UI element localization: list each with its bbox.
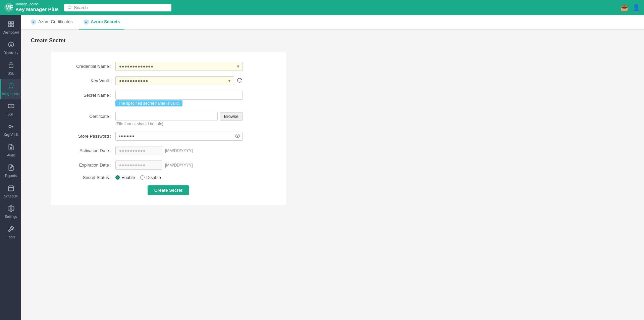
sidebar-item-settings[interactable]: Settings	[0, 202, 21, 222]
secret-status-radio-group: Enable Disable	[115, 175, 243, 180]
notifications-icon[interactable]: 📥	[621, 4, 628, 11]
sidebar-item-integrations[interactable]: Integrations	[0, 79, 21, 99]
tab-azure-certificates[interactable]: A Azure Certificates	[26, 15, 77, 30]
credential-name-field: ●●●●●●●●●●●●● ▼	[115, 62, 243, 71]
credential-name-label: Credential Name :	[64, 64, 111, 69]
activation-date-row: Activation Date : [MM/DD/YYYY]	[64, 146, 272, 155]
secret-name-input[interactable]	[115, 91, 243, 100]
activation-date-input[interactable]	[115, 146, 162, 155]
certificate-row: Certificate : Browse (File format should…	[64, 112, 272, 126]
audit-icon	[8, 144, 14, 152]
brand-logo-icon: ME	[4, 3, 13, 12]
sidebar-item-ssh-label: SSH	[7, 112, 14, 117]
search-icon	[67, 5, 72, 10]
content-area: A Azure Certificates A Azure Secrets Cre…	[21, 15, 644, 320]
sidebar-item-dashboard-label: Dashboard	[3, 31, 19, 35]
disable-radio[interactable]	[140, 175, 145, 180]
search-bar[interactable]	[64, 4, 171, 11]
activation-date-label: Activation Date :	[64, 148, 111, 153]
activation-date-format: [MM/DD/YYYY]	[165, 148, 193, 153]
dashboard-icon	[8, 21, 14, 29]
sidebar-item-integrations-label: Integrations	[2, 92, 19, 96]
sidebar-item-keyvault[interactable]: Key Vault	[0, 120, 21, 140]
store-password-input[interactable]	[115, 132, 243, 141]
svg-point-27	[237, 135, 238, 136]
expiration-date-input[interactable]	[115, 161, 162, 170]
svg-rect-14	[8, 104, 14, 108]
svg-rect-20	[8, 186, 13, 191]
svg-text:ME: ME	[5, 5, 13, 10]
svg-point-2	[68, 6, 71, 9]
svg-line-3	[70, 8, 71, 9]
eye-icon[interactable]	[235, 133, 240, 139]
sidebar-item-audit[interactable]: Audit	[0, 140, 21, 161]
svg-rect-6	[8, 25, 10, 27]
reports-icon	[8, 164, 14, 173]
disable-radio-option[interactable]: Disable	[140, 175, 161, 180]
svg-point-15	[9, 126, 11, 128]
azure-secrets-icon: A	[84, 19, 89, 25]
settings-icon	[8, 205, 14, 214]
secret-status-row: Secret Status : Enable Disable	[64, 175, 272, 180]
sidebar-item-dashboard[interactable]: Dashboard	[0, 17, 21, 38]
sidebar-item-reports[interactable]: Reports	[0, 161, 21, 181]
page-title: Create Secret	[31, 38, 634, 44]
sidebar-item-discovery-label: Discovery	[4, 51, 18, 55]
tab-azure-certificates-label: Azure Certificates	[38, 19, 73, 24]
svg-text:A: A	[85, 20, 87, 24]
sidebar-item-tools[interactable]: Tools	[0, 222, 21, 243]
search-input[interactable]	[74, 5, 168, 10]
key-vault-field: ●●●●●●●●●●● ▼	[115, 76, 243, 85]
create-secret-button[interactable]: Create Secret	[148, 185, 189, 195]
user-icon[interactable]: 👤	[633, 4, 640, 11]
sidebar-item-ssl-label: SSL	[8, 72, 14, 76]
integrations-icon	[8, 82, 14, 91]
sidebar-item-discovery[interactable]: Discovery	[0, 38, 21, 58]
activation-date-field: [MM/DD/YYYY]	[115, 146, 243, 155]
sidebar-item-keyvault-label: Key Vault	[4, 133, 18, 137]
keyvault-icon	[8, 123, 14, 132]
brand: ME ManageEngine Key Manager Plus	[4, 2, 59, 12]
tab-bar: A Azure Certificates A Azure Secrets	[21, 15, 644, 30]
browse-button[interactable]: Browse	[220, 112, 243, 121]
page-content: Create Secret Credential Name : ●●●●●●●●…	[21, 30, 644, 320]
sidebar-item-schedule[interactable]: Schedule	[0, 181, 21, 202]
ssl-icon	[8, 62, 14, 70]
certificate-input[interactable]	[115, 112, 218, 121]
topbar-icons: 📥 👤	[621, 4, 640, 11]
brand-manage: ManageEngine	[15, 2, 59, 6]
svg-rect-7	[11, 25, 13, 27]
certificate-hint: (File format should be .pfx)	[115, 122, 243, 126]
key-vault-select[interactable]: ●●●●●●●●●●●	[115, 76, 234, 85]
store-password-label: Store Password :	[64, 134, 111, 139]
create-secret-form: Credential Name : ●●●●●●●●●●●●● ▼ Key Va…	[51, 52, 286, 205]
svg-rect-4	[8, 22, 10, 24]
svg-text:A: A	[32, 20, 34, 24]
tab-azure-secrets-label: Azure Secrets	[91, 19, 120, 24]
svg-point-24	[10, 208, 12, 210]
secret-name-row: Secret Name : The specified secret name …	[64, 91, 272, 106]
schedule-icon	[8, 185, 14, 193]
enable-radio-option[interactable]: Enable	[115, 175, 135, 180]
tools-icon	[8, 226, 14, 234]
sidebar-item-ssh[interactable]: SSH	[0, 99, 21, 120]
brand-text: ManageEngine Key Manager Plus	[15, 2, 59, 12]
sidebar: Dashboard Discovery SSL	[0, 15, 21, 320]
key-vault-row: Key Vault : ●●●●●●●●●●● ▼	[64, 76, 272, 85]
credential-name-select[interactable]: ●●●●●●●●●●●●●	[115, 62, 243, 71]
key-vault-refresh-button[interactable]	[236, 77, 243, 85]
topbar: ME ManageEngine Key Manager Plus 📥 👤	[0, 0, 644, 15]
sidebar-item-settings-label: Settings	[5, 215, 17, 219]
enable-label: Enable	[121, 175, 135, 180]
refresh-icon	[237, 78, 242, 83]
sidebar-item-ssl[interactable]: SSL	[0, 58, 21, 79]
expiration-date-row: Expiration Date : [MM/DD/YYYY]	[64, 161, 272, 170]
enable-radio[interactable]	[115, 175, 120, 180]
store-password-field	[115, 132, 243, 141]
svg-marker-13	[9, 83, 13, 89]
valid-message: The specified secret name is valid.	[115, 100, 182, 106]
secret-status-label: Secret Status :	[64, 175, 111, 180]
expiration-date-field: [MM/DD/YYYY]	[115, 161, 243, 170]
tab-azure-secrets[interactable]: A Azure Secrets	[79, 15, 125, 30]
sidebar-item-reports-label: Reports	[5, 174, 17, 178]
